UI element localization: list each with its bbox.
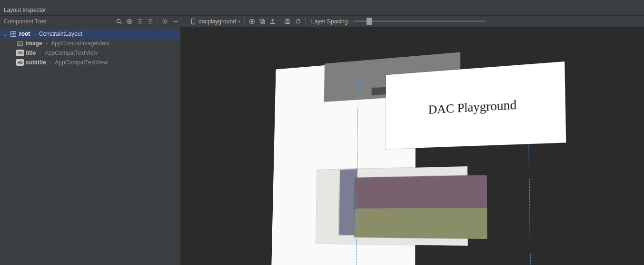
image-icon [16, 40, 24, 47]
process-name: dacplayground [198, 18, 236, 25]
component-tree-panel: ⌄ root - ConstraintLayout image - AppCom… [0, 27, 181, 265]
layer-spacing-label: Layer Spacing: [311, 18, 349, 25]
separator [158, 18, 158, 25]
node-dash: - [32, 31, 37, 37]
component-tree-label: Component Tree [0, 18, 46, 25]
node-name: subtitle [26, 59, 46, 66]
refresh-icon[interactable] [293, 16, 303, 27]
node-name: root [19, 31, 30, 37]
svg-rect-14 [285, 20, 290, 23]
textview-icon: Ab [16, 59, 24, 66]
process-dropdown[interactable]: dacplayground ▾ [188, 16, 242, 27]
chevron-down-icon: ▾ [238, 19, 240, 24]
export-icon[interactable] [268, 16, 278, 27]
device-icon [190, 18, 197, 25]
node-type: AppCompatImageView [51, 40, 109, 47]
toolbar-row: Component Tree dacplayground ▾ [0, 16, 644, 27]
slider-track [353, 20, 486, 22]
tree-node-title[interactable]: Ab title - AppCompatTextView [0, 48, 180, 58]
separator [183, 18, 183, 25]
constraint-layout-icon [10, 30, 17, 38]
node-type: AppCompatTextView [45, 50, 98, 56]
search-icon[interactable] [114, 16, 124, 27]
node-dash: - [38, 50, 43, 56]
eye-icon[interactable] [247, 16, 257, 27]
collapse-icon[interactable] [135, 16, 145, 27]
layer-title-card[interactable]: DAC Playground [386, 61, 566, 149]
window-top-strip [0, 0, 644, 4]
node-name: title [26, 50, 36, 56]
svg-rect-13 [261, 20, 265, 23]
node-dash: - [48, 59, 53, 66]
node-name: image [26, 40, 42, 47]
svg-point-15 [287, 20, 288, 22]
chevron-down-icon[interactable]: ⌄ [3, 31, 8, 37]
svg-point-11 [251, 20, 253, 22]
layout-3d-canvas[interactable]: DAC Playground [181, 27, 644, 265]
slider-thumb[interactable] [367, 18, 372, 25]
eye-icon[interactable] [124, 16, 135, 27]
expand-icon[interactable] [145, 16, 156, 27]
svg-point-0 [117, 19, 120, 22]
overlay-icon[interactable] [257, 16, 268, 27]
svg-point-7 [164, 20, 166, 22]
window-title-bar: Layout Inspector [0, 4, 644, 16]
gear-icon[interactable] [160, 16, 170, 27]
canvas-toolbar: dacplayground ▾ Layer Spacing: [185, 16, 486, 27]
separator [280, 18, 280, 25]
tree-toolbar: Component Tree [0, 16, 181, 27]
node-type: ConstraintLayout [39, 31, 82, 37]
textview-icon: Ab [16, 49, 24, 57]
tree-node-root[interactable]: ⌄ root - ConstraintLayout [0, 29, 180, 39]
node-type: AppCompatTextView [55, 59, 108, 66]
separator [244, 18, 245, 25]
minimize-icon[interactable] [170, 16, 181, 27]
snapshot-icon[interactable] [282, 16, 293, 27]
separator [305, 18, 306, 25]
main-split: ⌄ root - ConstraintLayout image - AppCom… [0, 27, 644, 265]
layer-title-text: DAC Playground [428, 97, 517, 117]
layer-spacing-slider[interactable] [353, 16, 486, 27]
svg-point-2 [129, 20, 130, 22]
svg-rect-12 [260, 19, 263, 22]
window-title: Layout Inspector [4, 7, 46, 13]
svg-line-1 [120, 22, 121, 23]
tree-node-image[interactable]: image - AppCompatImageView [0, 39, 180, 48]
tree-node-subtitle[interactable]: Ab subtitle - AppCompatTextView [0, 58, 180, 67]
node-dash: - [44, 40, 50, 47]
